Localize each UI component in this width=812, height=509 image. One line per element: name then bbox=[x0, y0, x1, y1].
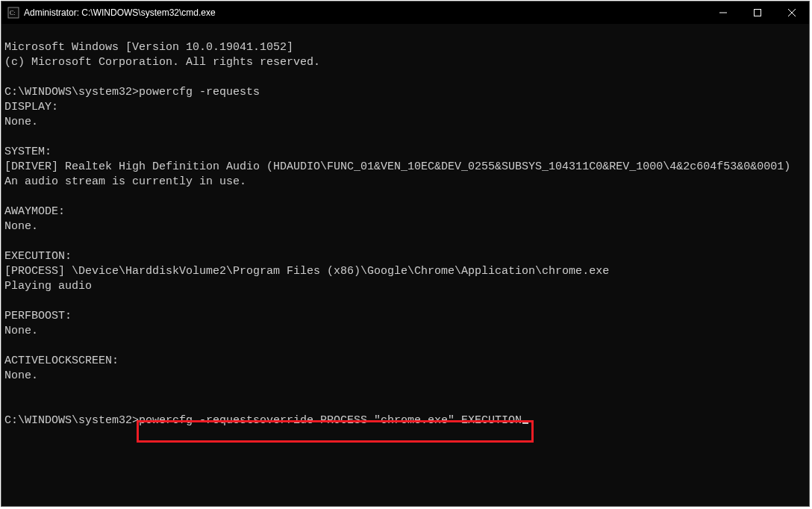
prompt-command: powercfg -requests bbox=[139, 86, 260, 99]
section-header: AWAYMODE: bbox=[4, 205, 65, 218]
prompt-command: powercfg -requestsoverride PROCESS "chro… bbox=[139, 414, 522, 427]
banner-line: Microsoft Windows [Version 10.0.19041.10… bbox=[4, 41, 293, 54]
section-body: [PROCESS] \Device\HarddiskVolume2\Progra… bbox=[4, 265, 609, 278]
section-body: None. bbox=[4, 369, 38, 382]
section-header: EXECUTION: bbox=[4, 250, 72, 263]
blank-line bbox=[4, 71, 11, 84]
section-body: None. bbox=[4, 325, 38, 337]
maximize-button[interactable] bbox=[740, 1, 775, 24]
blank-line bbox=[4, 190, 11, 203]
svg-text:C:: C: bbox=[10, 10, 16, 16]
blank-line bbox=[4, 340, 11, 352]
section-body: Playing audio bbox=[4, 280, 92, 293]
section-body: [DRIVER] Realtek High Definition Audio (… bbox=[4, 160, 790, 173]
minimize-button[interactable] bbox=[706, 1, 740, 24]
blank-line bbox=[4, 295, 11, 307]
section-body: None. bbox=[4, 220, 38, 233]
close-button[interactable] bbox=[775, 1, 809, 24]
svg-rect-3 bbox=[755, 10, 761, 16]
section-header: SYSTEM: bbox=[4, 146, 51, 158]
terminal-area[interactable]: Microsoft Windows [Version 10.0.19041.10… bbox=[1, 24, 809, 506]
text-cursor bbox=[522, 422, 528, 424]
blank-line bbox=[4, 384, 11, 397]
section-body: An audio stream is currently in use. bbox=[4, 175, 246, 188]
cmd-icon: C: bbox=[7, 7, 19, 19]
section-body: None. bbox=[4, 116, 38, 128]
blank-line bbox=[4, 235, 11, 248]
blank-line bbox=[4, 131, 11, 143]
blank-line bbox=[4, 399, 11, 412]
prompt-line: C:\WINDOWS\system32>powercfg -requestsov… bbox=[4, 414, 528, 427]
prompt-line: C:\WINDOWS\system32>powercfg -requests bbox=[4, 86, 260, 99]
prompt-path: C:\WINDOWS\system32> bbox=[4, 86, 139, 99]
banner-line: (c) Microsoft Corporation. All rights re… bbox=[4, 56, 320, 69]
section-header: PERFBOOST: bbox=[4, 310, 72, 322]
prompt-path: C:\WINDOWS\system32> bbox=[4, 414, 139, 427]
cmd-window: C: Administrator: C:\WINDOWS\system32\cm… bbox=[1, 1, 810, 507]
section-header: DISPLAY: bbox=[4, 101, 58, 113]
titlebar[interactable]: C: Administrator: C:\WINDOWS\system32\cm… bbox=[1, 1, 809, 24]
window-title: Administrator: C:\WINDOWS\system32\cmd.e… bbox=[24, 7, 216, 18]
section-header: ACTIVELOCKSCREEN: bbox=[4, 355, 119, 367]
